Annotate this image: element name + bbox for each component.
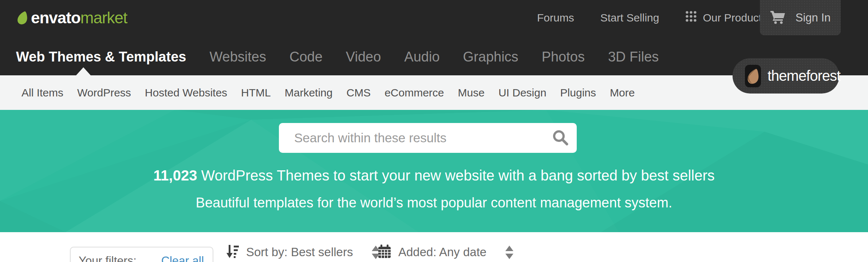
category-nav: Web Themes & Templates Websites Code Vid…: [16, 47, 682, 67]
hero-subheadline: Beautiful templates for the world’s most…: [0, 195, 868, 211]
top-nav-start-selling[interactable]: Start Selling: [600, 12, 659, 24]
envato-market-logo[interactable]: envatomarket: [16, 0, 127, 35]
category-web-themes-templates[interactable]: Web Themes & Templates: [16, 49, 186, 65]
themeforest-leaf-icon: [745, 65, 761, 87]
active-tab-caret: [76, 67, 91, 75]
top-nav-forums[interactable]: Forums: [537, 12, 574, 24]
subnav-marketing[interactable]: Marketing: [285, 87, 333, 99]
subnav-hosted-websites[interactable]: Hosted Websites: [145, 87, 227, 99]
added-date-label: Added: Any date: [398, 245, 486, 259]
category-photos[interactable]: Photos: [542, 49, 585, 65]
category-graphics[interactable]: Graphics: [463, 49, 518, 65]
your-filters-label: Your filters:: [79, 254, 137, 262]
logo-brand: envato: [31, 9, 80, 27]
subnav-cms[interactable]: CMS: [346, 87, 371, 99]
top-nav-our-products-label: Our Products: [703, 12, 767, 24]
your-filters-box: Your filters: Clear all: [70, 247, 213, 262]
category-audio[interactable]: Audio: [404, 49, 439, 65]
category-video[interactable]: Video: [346, 49, 381, 65]
sort-by-label: Sort by: Best sellers: [246, 245, 353, 259]
top-nav: Forums Start Selling Our Products: [537, 0, 767, 35]
subnav-ecommerce[interactable]: eCommerce: [384, 87, 444, 99]
themeforest-badge[interactable]: themeforest: [733, 58, 839, 94]
subnav-wordpress[interactable]: WordPress: [77, 87, 131, 99]
clear-all-link[interactable]: Clear all: [161, 254, 204, 262]
added-date-select[interactable]: Added: Any date: [378, 244, 513, 260]
logo-text: envatomarket: [31, 9, 127, 27]
category-websites[interactable]: Websites: [209, 49, 266, 65]
signin-label: Sign In: [796, 11, 831, 24]
search-icon: [552, 129, 569, 147]
logo-suffix: market: [80, 9, 127, 27]
calendar-icon: [378, 244, 391, 260]
subnav-more[interactable]: More: [610, 87, 635, 99]
themeforest-label: themeforest: [768, 68, 840, 84]
filter-bar: Your filters: Clear all Sort by: Best se…: [0, 232, 868, 262]
hero-headline: 11,023 WordPress Themes to start your ne…: [0, 167, 868, 184]
signin-button[interactable]: Sign In: [760, 0, 841, 35]
search-button[interactable]: [544, 123, 577, 153]
sort-by-select[interactable]: Sort by: Best sellers: [226, 244, 380, 260]
subnav-ui-design[interactable]: UI Design: [498, 87, 547, 99]
hero-section: 11,023 WordPress Themes to start your ne…: [0, 110, 868, 232]
subnav-muse[interactable]: Muse: [458, 87, 485, 99]
page: envatomarket Forums Start Selling Our Pr…: [0, 0, 868, 262]
search-box: [279, 123, 577, 153]
select-arrows-icon: [505, 246, 513, 259]
grid-dots-icon: [685, 11, 697, 25]
category-code[interactable]: Code: [289, 49, 323, 65]
sort-icon: [226, 244, 239, 260]
subnav-all-items[interactable]: All Items: [21, 87, 63, 99]
category-3d-files[interactable]: 3D Files: [608, 49, 659, 65]
cart-icon: [770, 10, 785, 25]
subnav-html[interactable]: HTML: [241, 87, 271, 99]
search-input[interactable]: [279, 123, 544, 153]
result-count: 11,023: [153, 167, 197, 183]
top-nav-our-products[interactable]: Our Products: [685, 11, 767, 25]
hero-headline-text: WordPress Themes to start your new websi…: [197, 167, 714, 183]
subnav-plugins[interactable]: Plugins: [560, 87, 596, 99]
envato-leaf-icon: [16, 11, 28, 25]
